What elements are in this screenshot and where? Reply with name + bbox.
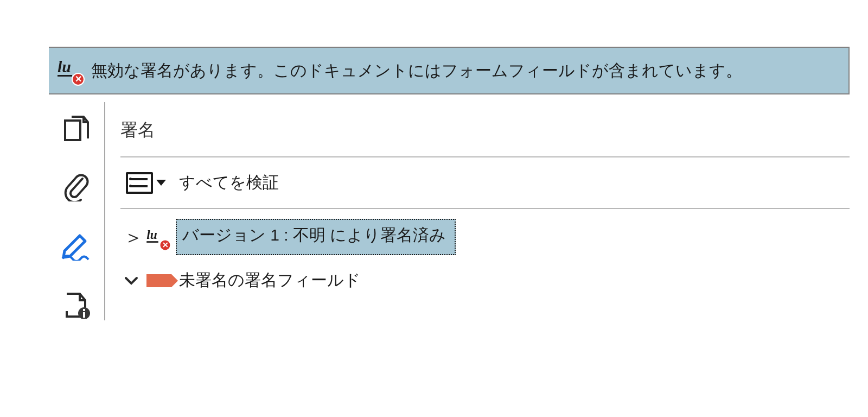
unsigned-fields-tree-item[interactable]: 未署名の署名フィールド bbox=[120, 255, 850, 292]
signature-item-label[interactable]: バージョン 1 : 不明 により署名済み bbox=[176, 219, 456, 255]
nav-sidebar bbox=[49, 102, 105, 320]
attachments-icon[interactable] bbox=[60, 172, 93, 203]
collapse-chevron-icon[interactable] bbox=[124, 273, 139, 288]
page-thumbnails-icon[interactable] bbox=[60, 113, 93, 144]
svg-rect-2 bbox=[83, 309, 85, 311]
banner-message: 無効な署名があります。このドキュメントにはフォームフィールドが含まれています。 bbox=[91, 60, 742, 82]
svg-rect-0 bbox=[65, 121, 80, 140]
signature-invalid-icon: lu ✕ bbox=[58, 59, 81, 83]
signatures-panel: 署名 すべてを検証 ＞ lu ✕ バージョン 1 : 不明 により署名済み bbox=[105, 102, 850, 320]
document-properties-icon[interactable] bbox=[60, 289, 93, 320]
verify-all-row[interactable]: すべてを検証 bbox=[120, 157, 850, 208]
panel-title: 署名 bbox=[120, 102, 850, 156]
error-badge-icon: ✕ bbox=[72, 73, 85, 86]
signature-status-banner: lu ✕ 無効な署名があります。このドキュメントにはフォームフィールドが含まれて… bbox=[49, 47, 850, 94]
signature-tree-item[interactable]: ＞ lu ✕ バージョン 1 : 不明 により署名済み bbox=[120, 209, 850, 255]
signature-invalid-icon: lu ✕ bbox=[146, 226, 168, 248]
svg-rect-3 bbox=[83, 312, 85, 318]
verify-all-label[interactable]: すべてを検証 bbox=[179, 172, 279, 194]
unsigned-fields-label[interactable]: 未署名の署名フィールド bbox=[179, 269, 361, 292]
signature-field-tag-icon bbox=[146, 274, 171, 287]
error-badge-icon: ✕ bbox=[159, 239, 171, 251]
signatures-panel-icon[interactable] bbox=[60, 230, 93, 262]
panel-options-icon[interactable] bbox=[126, 172, 166, 194]
expand-chevron-icon[interactable]: ＞ bbox=[124, 228, 139, 247]
caret-down-icon bbox=[156, 180, 166, 186]
